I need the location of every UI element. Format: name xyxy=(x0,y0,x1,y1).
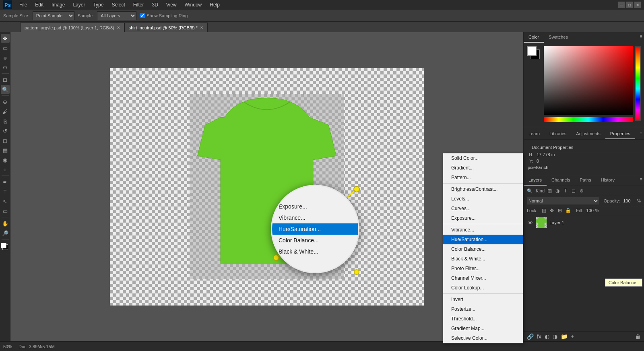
dd-solid-color[interactable]: Solid Color... xyxy=(443,153,523,163)
tab-shirt[interactable]: shirt_neutral.psd @ 50% (RGB/8) * ✕ xyxy=(124,23,208,32)
zoom-tool[interactable]: 🔎 xyxy=(1,229,10,237)
menu-window[interactable]: Window xyxy=(182,1,205,8)
dd-hue-saturation[interactable]: Hue/Saturation... xyxy=(443,235,523,244)
menu-help[interactable]: Help xyxy=(206,1,223,8)
color-hue-vertical[interactable] xyxy=(635,46,641,121)
menu-file[interactable]: File xyxy=(16,1,30,8)
mag-exposure[interactable]: Exposure... xyxy=(272,201,358,212)
show-sampling-ring-checkbox[interactable] xyxy=(140,13,145,18)
menu-image[interactable]: Image xyxy=(48,1,68,8)
dd-gradient-map[interactable]: Gradient Map... xyxy=(443,324,523,333)
menu-edit[interactable]: Edit xyxy=(32,1,47,8)
pen-tool[interactable]: ✒ xyxy=(1,178,10,186)
tab-history[interactable]: History xyxy=(596,175,619,186)
quick-select-tool[interactable]: ⊙ xyxy=(1,63,10,72)
filter-shape-icon[interactable]: ◻ xyxy=(570,188,577,194)
link-layers-icon[interactable]: 🔗 xyxy=(527,333,534,340)
filter-adjust-icon[interactable]: ◑ xyxy=(554,188,561,194)
dd-color-balance[interactable]: Color Balance... xyxy=(443,244,523,254)
mag-black-white[interactable]: Black & White... xyxy=(272,246,358,257)
shape-tool[interactable]: ▭ xyxy=(1,206,10,215)
dd-invert[interactable]: Invert xyxy=(443,295,523,304)
add-style-icon[interactable]: fx xyxy=(537,333,541,340)
tab-properties[interactable]: Properties xyxy=(605,129,635,139)
panel2-options-icon[interactable]: ≡ xyxy=(638,129,644,139)
dd-pattern[interactable]: Pattern... xyxy=(443,173,523,182)
dd-selective-color[interactable]: Selective Color... xyxy=(443,333,523,343)
mag-hue-saturation[interactable]: Hue/Saturation... xyxy=(272,223,358,235)
history-brush-tool[interactable]: ↺ xyxy=(1,126,10,135)
tab-adjustments[interactable]: Adjustments xyxy=(571,129,605,139)
dd-posterize[interactable]: Posterize... xyxy=(443,304,523,314)
stamp-tool[interactable]: ⎘ xyxy=(1,117,10,126)
blur-tool[interactable]: ◉ xyxy=(1,155,10,164)
tab-layers[interactable]: Layers xyxy=(524,175,547,186)
layer-visibility-icon[interactable]: 👁 xyxy=(527,219,533,226)
maximize-button[interactable]: □ xyxy=(626,2,633,8)
menu-view[interactable]: View xyxy=(163,1,180,8)
tab-color[interactable]: Color xyxy=(524,32,544,43)
dodge-tool[interactable]: ○ xyxy=(1,165,10,174)
menu-select[interactable]: Select xyxy=(108,1,128,8)
dd-brightness-contrast[interactable]: Brightness/Contrast... xyxy=(443,184,523,194)
move-tool[interactable]: ✥ xyxy=(1,34,10,43)
lasso-tool[interactable]: ⌾ xyxy=(1,53,10,62)
tab-learn[interactable]: Learn xyxy=(524,129,545,139)
dd-photo-filter[interactable]: Photo Filter... xyxy=(443,264,523,273)
filter-smart-icon[interactable]: ⊛ xyxy=(578,188,585,194)
tab-pattern-close[interactable]: ✕ xyxy=(117,25,120,30)
filter-type-icon[interactable]: T xyxy=(562,188,569,194)
tab-libraries[interactable]: Libraries xyxy=(545,129,571,139)
lock-position-icon[interactable]: ✥ xyxy=(549,207,555,214)
dd-color-lookup[interactable]: Color Lookup... xyxy=(443,283,523,293)
sample-select[interactable]: All Layers Current Layer xyxy=(97,11,136,20)
hand-tool[interactable]: ✋ xyxy=(1,219,10,228)
dd-exposure[interactable]: Exposure... xyxy=(443,213,523,223)
new-adjustment-icon[interactable]: ◑ xyxy=(553,333,557,340)
gradient-tool[interactable]: ▦ xyxy=(1,146,10,155)
menu-type[interactable]: Type xyxy=(90,1,107,8)
tab-shirt-close[interactable]: ✕ xyxy=(200,25,203,30)
tab-pattern[interactable]: pattern_argyle.psd @ 100% (Layer 1, RGB/… xyxy=(20,23,124,32)
marquee-tool[interactable]: ▭ xyxy=(1,43,10,52)
dd-vibrance[interactable]: Vibrance... xyxy=(443,225,523,235)
lock-artboard-icon[interactable]: ⊞ xyxy=(557,207,563,214)
layer-row[interactable]: 👁 Layer 1 xyxy=(524,215,644,230)
eraser-tool[interactable]: ◻ xyxy=(1,136,10,145)
new-group-icon[interactable]: 📁 xyxy=(561,333,568,340)
dd-levels[interactable]: Levels... xyxy=(443,194,523,204)
add-mask-icon[interactable]: ◐ xyxy=(545,333,549,340)
heal-tool[interactable]: ⊕ xyxy=(1,97,10,106)
crop-tool[interactable]: ⊡ xyxy=(1,75,10,84)
color-hue-bar[interactable] xyxy=(544,117,633,122)
foreground-color-swatch[interactable] xyxy=(1,243,6,248)
mag-color-balance[interactable]: Color Balance... xyxy=(272,235,358,246)
tab-channels[interactable]: Channels xyxy=(547,175,575,186)
tab-paths[interactable]: Paths xyxy=(575,175,596,186)
path-select-tool[interactable]: ↖ xyxy=(1,197,10,206)
new-layer-icon[interactable]: + xyxy=(571,333,574,340)
menu-layer[interactable]: Layer xyxy=(70,1,88,8)
blend-mode-select[interactable]: Normal Multiply Screen xyxy=(527,197,599,204)
filter-pixel-icon[interactable]: ▨ xyxy=(546,188,553,194)
type-tool[interactable]: T xyxy=(1,187,10,196)
dd-curves[interactable]: Curves... xyxy=(443,204,523,213)
color-gradient[interactable] xyxy=(544,46,633,115)
minimize-button[interactable]: ─ xyxy=(618,2,625,8)
delete-layer-icon[interactable]: 🗑 xyxy=(635,333,641,340)
dd-channel-mixer[interactable]: Channel Mixer... xyxy=(443,273,523,283)
panel-options-icon[interactable]: ≡ xyxy=(638,32,644,43)
eyedropper-tool[interactable]: 🔍 xyxy=(1,85,10,94)
dd-threshold[interactable]: Threshold... xyxy=(443,314,523,324)
lock-pixel-icon[interactable]: ▨ xyxy=(541,207,547,214)
menu-filter[interactable]: Filter xyxy=(130,1,147,8)
menu-3d[interactable]: 3D xyxy=(149,1,161,8)
mag-vibrance[interactable]: Vibrance... xyxy=(272,212,358,223)
brush-tool[interactable]: 🖌 xyxy=(1,107,10,116)
layers-panel-options[interactable]: ≡ xyxy=(638,175,644,186)
dd-gradient[interactable]: Gradient... xyxy=(443,163,523,173)
lock-all-icon[interactable]: 🔒 xyxy=(565,207,571,214)
dd-black-white[interactable]: Black & White... xyxy=(443,254,523,264)
close-button[interactable]: ✕ xyxy=(634,2,641,8)
tab-swatches[interactable]: Swatches xyxy=(544,32,573,43)
